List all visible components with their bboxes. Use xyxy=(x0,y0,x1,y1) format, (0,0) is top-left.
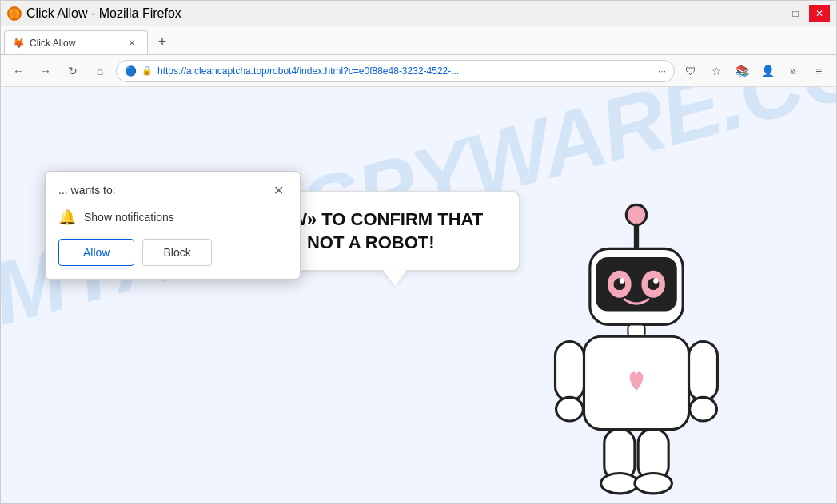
forward-button[interactable]: → xyxy=(34,60,57,82)
svg-rect-14 xyxy=(556,342,584,401)
back-button[interactable]: ← xyxy=(7,60,30,82)
sync-icon[interactable]: 👤 xyxy=(756,60,779,82)
window-controls: — □ ✕ xyxy=(761,5,830,22)
popup-header: ... wants to: ✕ xyxy=(58,181,287,199)
url-options-button[interactable]: ··· xyxy=(658,65,666,77)
notification-popup: ... wants to: ✕ 🔔 Show notifications All… xyxy=(45,171,301,280)
lock-icon: 🔒 xyxy=(141,65,153,76)
svg-point-11 xyxy=(653,278,658,283)
tab-close-button[interactable]: ✕ xyxy=(125,36,139,50)
block-button[interactable]: Block xyxy=(142,239,211,266)
popup-notification-text: Show notifications xyxy=(84,211,174,224)
popup-wants-to-text: ... wants to: xyxy=(58,184,116,196)
minimize-button[interactable]: — xyxy=(761,5,782,22)
home-button[interactable]: ⌂ xyxy=(89,60,111,82)
hamburger-menu-button[interactable]: ≡ xyxy=(807,60,830,82)
refresh-button[interactable]: ↻ xyxy=(62,60,84,82)
browser-title: Click Allow - Mozilla Firefox xyxy=(26,6,181,21)
toolbar-icons: 🛡 ☆ 📚 👤 » ≡ xyxy=(680,60,830,82)
svg-rect-16 xyxy=(689,342,718,401)
maximize-button[interactable]: □ xyxy=(785,5,806,22)
shield-toolbar-icon[interactable]: 🛡 xyxy=(680,60,702,82)
bell-icon: 🔔 xyxy=(58,208,76,226)
tab-favicon: 🦊 xyxy=(13,38,25,49)
svg-point-19 xyxy=(601,474,639,494)
tab-title: Click Allow xyxy=(30,38,120,49)
firefox-logo-icon xyxy=(7,6,22,21)
overflow-menu-button[interactable]: » xyxy=(782,60,804,82)
svg-point-2 xyxy=(626,204,646,224)
svg-point-17 xyxy=(690,397,717,421)
url-text: https://a.cleancaptcha.top/robot4/index.… xyxy=(157,65,653,77)
content-area: MYANTISPYWARE.COM CLICK «ALLOW» TO CONFI… xyxy=(1,87,836,503)
tab-bar: 🦊 Click Allow ✕ + xyxy=(1,26,836,55)
svg-point-21 xyxy=(635,474,672,494)
url-bar[interactable]: 🔵 🔒 https://a.cleancaptcha.top/robot4/in… xyxy=(116,60,675,82)
svg-point-10 xyxy=(620,278,624,283)
title-bar: Click Allow - Mozilla Firefox — □ ✕ xyxy=(1,1,836,26)
address-bar: ← → ↻ ⌂ 🔵 🔒 https://a.cleancaptcha.top/r… xyxy=(1,55,836,87)
title-bar-left: Click Allow - Mozilla Firefox xyxy=(7,6,181,21)
security-shield-icon: 🔵 xyxy=(125,65,137,77)
svg-point-15 xyxy=(556,397,584,421)
robot-image xyxy=(532,200,772,503)
svg-rect-3 xyxy=(634,224,639,249)
allow-button[interactable]: Allow xyxy=(58,239,134,266)
popup-close-button[interactable]: ✕ xyxy=(269,181,287,199)
browser-window: Click Allow - Mozilla Firefox — □ ✕ 🦊 Cl… xyxy=(0,0,837,504)
popup-notification-row: 🔔 Show notifications xyxy=(58,208,287,226)
bookmark-star-icon[interactable]: ☆ xyxy=(705,60,727,82)
svg-rect-12 xyxy=(628,324,644,336)
popup-buttons: Allow Block xyxy=(58,239,287,266)
active-tab[interactable]: 🦊 Click Allow ✕ xyxy=(4,30,148,54)
close-button[interactable]: ✕ xyxy=(809,5,830,22)
new-tab-button[interactable]: + xyxy=(151,30,173,53)
library-icon[interactable]: 📚 xyxy=(731,60,753,82)
